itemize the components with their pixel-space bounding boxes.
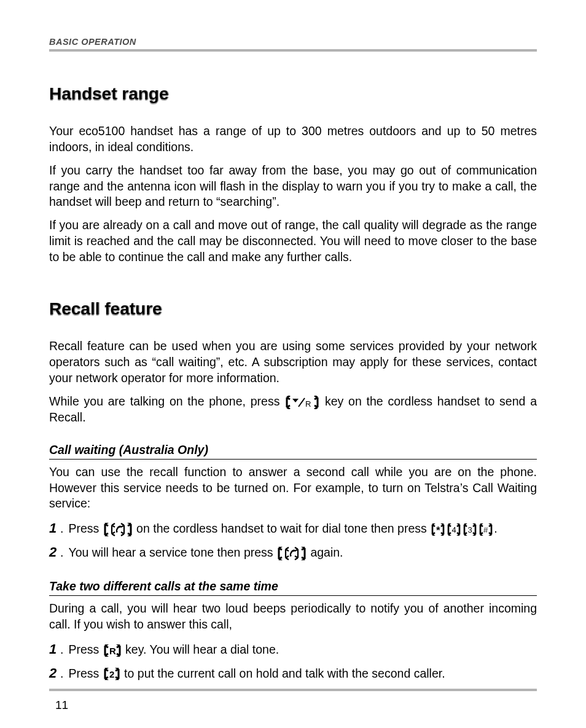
- recall-p2-a: While you are talking on the phone, pres…: [49, 394, 284, 408]
- step-number: 2: [49, 664, 60, 683]
- page-number: 11: [55, 699, 68, 712]
- key-R: R: [103, 644, 122, 657]
- subheading-call-waiting: Call waiting (Australia Only): [49, 443, 537, 460]
- range-paragraph-3: If you are already on a call and move ou…: [49, 217, 537, 265]
- twocalls-step-1: 1. Press R key. You will hear a dial ton…: [49, 640, 537, 659]
- callwaiting-paragraph-1: You can use the recall function to answe…: [49, 464, 537, 512]
- range-paragraph-1: Your eco5100 handset has a range of up t…: [49, 123, 537, 155]
- cw-step1-a: Press: [68, 522, 102, 535]
- range-paragraph-2: If you carry the handset too far away fr…: [49, 163, 537, 211]
- callwaiting-step-2: 2. You will hear a service tone then pre…: [49, 543, 537, 562]
- svg-text:R: R: [109, 646, 116, 656]
- key-4: 4: [447, 523, 461, 536]
- tc-step1-b: key. You will hear a dial tone.: [122, 643, 279, 656]
- twocalls-step-2: 2. Press 2 to put the current call on ho…: [49, 664, 537, 683]
- header-rule: [49, 49, 537, 52]
- key-2: 2: [103, 668, 120, 680]
- recall-paragraph-2: While you are talking on the phone, pres…: [49, 394, 537, 426]
- tc-step1-a: Press: [68, 643, 102, 656]
- twocalls-paragraph-1: During a call, you will hear two loud be…: [49, 601, 537, 633]
- key-hash: #: [479, 523, 493, 536]
- callwaiting-step-1: 1. Press on the cordless handset to wait…: [49, 519, 537, 538]
- cw-step1-c: .: [494, 522, 497, 535]
- cw-step2-a: You will hear a service tone then press: [68, 546, 276, 559]
- svg-text:#: #: [483, 525, 488, 534]
- heading-recall-wrap: Recall feature: [49, 292, 537, 334]
- step-number: 1: [49, 640, 60, 659]
- heading-handset-range: Handset range: [49, 85, 169, 104]
- key-3: 3: [463, 523, 477, 536]
- recall-key-icon: R: [285, 396, 319, 409]
- tc-step2-a: Press: [68, 667, 102, 680]
- recall-paragraph-1: Recall feature can be used when you are …: [49, 339, 537, 386]
- talk-key-icon: [277, 547, 307, 560]
- cw-step2-b: again.: [307, 546, 343, 559]
- svg-text:2: 2: [109, 669, 114, 679]
- svg-text:3: 3: [468, 525, 472, 534]
- step-number: 1: [49, 519, 60, 538]
- heading-recall: Recall feature: [49, 300, 162, 319]
- cw-step1-b: on the cordless handset to wait for dial…: [133, 522, 430, 535]
- running-header: BASIC OPERATION: [49, 37, 537, 49]
- svg-text:*: *: [436, 525, 440, 536]
- talk-key-icon: [103, 523, 133, 536]
- tc-step2-b: to put the current call on hold and talk…: [121, 667, 445, 680]
- key-star: *: [431, 523, 445, 536]
- subheading-two-calls: Take two different calls at the same tim…: [49, 579, 537, 596]
- step-number: 2: [49, 543, 60, 562]
- svg-text:R: R: [305, 399, 311, 409]
- svg-text:4: 4: [452, 525, 456, 534]
- footer-rule: [49, 689, 537, 691]
- manual-page: BASIC OPERATION Handset range Your eco51…: [0, 0, 586, 728]
- heading-handset-range-wrap: Handset range: [49, 77, 537, 119]
